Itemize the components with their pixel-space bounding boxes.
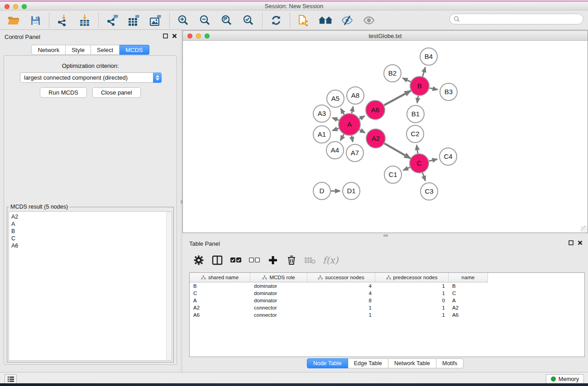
- horizontal-splitter[interactable]: [383, 234, 388, 237]
- table-cell[interactable]: 0: [375, 298, 449, 303]
- open-folder-icon[interactable]: [6, 13, 21, 28]
- table-cell[interactable]: A6: [449, 312, 488, 318]
- graph-edge-A-A5[interactable]: [341, 109, 344, 114]
- zoom-in-icon[interactable]: [176, 13, 191, 28]
- tab-network-table[interactable]: Network Table: [388, 358, 436, 368]
- column-header-MCDS-role[interactable]: MCDS role: [250, 273, 307, 282]
- result-list-item[interactable]: A2: [11, 213, 18, 220]
- column-header-predecessor-nodes[interactable]: predecessor nodes: [375, 273, 449, 282]
- graph-node-B[interactable]: B: [410, 76, 429, 95]
- export-table-icon[interactable]: [127, 13, 141, 28]
- close-table-panel-icon[interactable]: [578, 240, 583, 245]
- tab-node-table[interactable]: Node Table: [307, 358, 348, 368]
- table-cell[interactable]: connector: [250, 305, 307, 310]
- split-view-icon[interactable]: [211, 254, 223, 266]
- graph-node-A[interactable]: A: [339, 114, 360, 135]
- network-from-file-icon[interactable]: [296, 13, 311, 28]
- graph-node-A4[interactable]: A4: [326, 142, 344, 159]
- home-icon[interactable]: [318, 13, 333, 28]
- refresh-icon[interactable]: [269, 13, 283, 28]
- table-cell[interactable]: C: [190, 291, 250, 296]
- delete-column-icon[interactable]: [286, 254, 297, 266]
- save-icon[interactable]: [28, 13, 43, 28]
- graph-node-C2[interactable]: C2: [406, 125, 424, 143]
- task-history-button[interactable]: [5, 374, 17, 384]
- column-header-name[interactable]: name: [449, 273, 488, 282]
- table-cell[interactable]: 4: [307, 283, 375, 289]
- graph-edge-A-A1[interactable]: [333, 129, 339, 131]
- graph-node-A7[interactable]: A7: [346, 144, 363, 162]
- mcds-result-list[interactable]: A2ABCA6: [9, 211, 172, 361]
- result-list-item[interactable]: C: [11, 235, 18, 242]
- graph-edge-C-C1[interactable]: [403, 167, 410, 170]
- graph-node-B3[interactable]: B3: [440, 83, 457, 100]
- graph-node-C4[interactable]: C4: [440, 148, 457, 165]
- graph-edge-B-B3[interactable]: [430, 88, 438, 90]
- table-cell[interactable]: 1: [375, 283, 449, 289]
- table-cell[interactable]: A: [449, 298, 488, 303]
- graph-edge-B-B2[interactable]: [403, 78, 411, 82]
- graph-edge-C-C4[interactable]: [429, 159, 437, 161]
- graph-node-A5[interactable]: A5: [327, 90, 344, 107]
- criterion-select[interactable]: largest connected component (directed): [20, 72, 162, 83]
- table-row[interactable]: Adominator80A: [190, 297, 584, 304]
- table-row[interactable]: A2connector11A2: [190, 304, 584, 311]
- graph-edge-A-A6[interactable]: [359, 116, 365, 119]
- table-cell[interactable]: 4: [307, 291, 375, 296]
- table-cell[interactable]: dominator: [250, 298, 307, 303]
- graph-edge-A-A3[interactable]: [332, 118, 339, 120]
- function-builder-icon[interactable]: f(x): [323, 255, 338, 266]
- result-list-item[interactable]: A: [11, 220, 18, 228]
- column-header-successor-nodes[interactable]: successor nodes: [307, 273, 375, 282]
- graph-node-A3[interactable]: A3: [313, 105, 330, 122]
- close-panel-icon[interactable]: [172, 33, 177, 38]
- table-cell[interactable]: dominator: [250, 291, 307, 296]
- table-cell[interactable]: A: [190, 298, 250, 303]
- table-cell[interactable]: 1: [375, 312, 449, 318]
- graph-edge-A-A2[interactable]: [359, 130, 365, 133]
- graph-node-A6[interactable]: A6: [366, 100, 385, 119]
- select-all-icon[interactable]: [230, 254, 242, 266]
- tab-network[interactable]: Network: [31, 45, 66, 55]
- graph-edge-B-B1[interactable]: [417, 96, 418, 103]
- table-cell[interactable]: connector: [250, 312, 307, 318]
- graph-edge-A-A8[interactable]: [352, 107, 353, 114]
- graph-node-C3[interactable]: C3: [421, 183, 438, 200]
- table-cell[interactable]: 1: [307, 305, 375, 310]
- tab-select[interactable]: Select: [91, 45, 120, 55]
- add-column-icon[interactable]: [267, 254, 279, 266]
- graph-node-D[interactable]: D: [313, 182, 330, 200]
- graph-edge-C-C2[interactable]: [416, 145, 418, 153]
- tab-mcds[interactable]: MCDS: [120, 45, 149, 55]
- zoom-fit-icon[interactable]: [220, 13, 234, 28]
- graph-edge-A-A4[interactable]: [340, 134, 344, 140]
- graph-node-A8[interactable]: A8: [347, 87, 364, 104]
- close-panel-button[interactable]: Close panel: [92, 87, 141, 98]
- graph-edge-C-C3[interactable]: [422, 173, 425, 181]
- table-cell[interactable]: B: [449, 283, 488, 289]
- zoom-selected-icon[interactable]: [241, 13, 256, 28]
- clear-table-icon[interactable]: [304, 254, 316, 266]
- hide-details-icon[interactable]: [340, 13, 354, 28]
- table-cell[interactable]: 8: [307, 298, 375, 303]
- import-network-icon[interactable]: [56, 13, 70, 28]
- zoom-out-icon[interactable]: [198, 13, 212, 28]
- float-table-panel-icon[interactable]: [569, 240, 574, 245]
- table-cell[interactable]: B: [190, 283, 250, 289]
- table-row[interactable]: Cdominator41C: [190, 290, 584, 297]
- table-cell[interactable]: A6: [190, 312, 250, 318]
- show-details-icon[interactable]: [362, 13, 376, 28]
- result-list-scrollbar[interactable]: [166, 212, 172, 360]
- table-cell[interactable]: 1: [375, 291, 449, 296]
- graph-node-A1[interactable]: A1: [313, 126, 330, 143]
- table-settings-icon[interactable]: [193, 254, 205, 266]
- deselect-all-icon[interactable]: [249, 254, 260, 266]
- tab-motifs[interactable]: Motifs: [436, 358, 464, 368]
- search-field[interactable]: [449, 14, 583, 24]
- node-table[interactable]: shared nameMCDS rolesuccessor nodesprede…: [189, 272, 585, 357]
- table-row[interactable]: A6connector11A6: [190, 311, 584, 319]
- table-cell[interactable]: A2: [190, 305, 250, 310]
- table-cell[interactable]: 1: [307, 312, 375, 318]
- table-cell[interactable]: A2: [449, 305, 488, 310]
- result-list-item[interactable]: A6: [11, 242, 18, 249]
